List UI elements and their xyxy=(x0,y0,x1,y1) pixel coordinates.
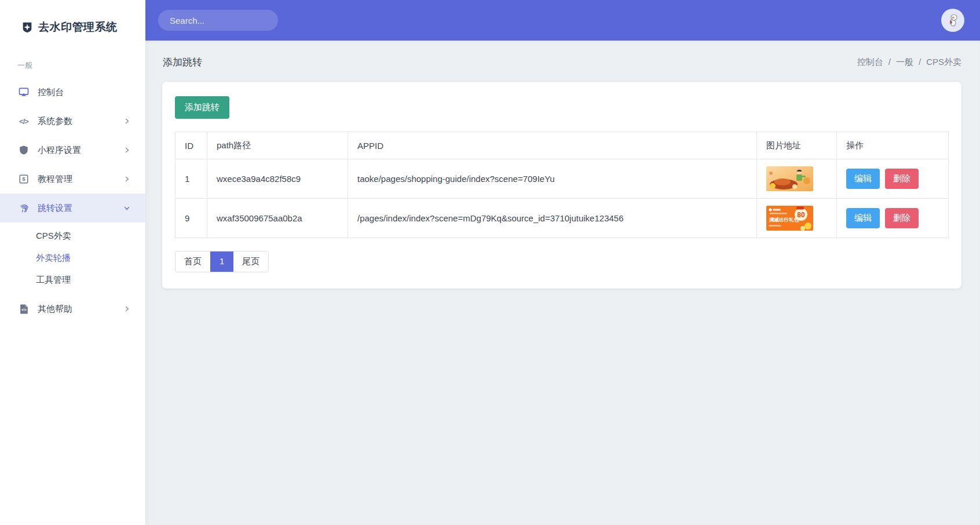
money-square-icon: $ xyxy=(17,173,30,185)
cell-image xyxy=(757,159,837,199)
cell-actions: 编辑删除 xyxy=(837,159,949,199)
svg-text:<>: <> xyxy=(21,308,26,312)
jump-settings-submenu: CPS外卖 外卖轮播 工具管理 xyxy=(0,223,145,294)
sidebar-subitem-tool-management[interactable]: 工具管理 xyxy=(0,269,145,291)
edit-button[interactable]: 编辑 xyxy=(846,208,880,228)
sidebar-item-label: 小程序设置 xyxy=(38,145,81,156)
table-header-row: ID path路径 APPID 图片地址 操作 xyxy=(175,132,949,159)
cell-appid: taoke/pages/shopping-guide/index?scene=7… xyxy=(348,159,757,199)
main-content: 添加跳转 控制台 / 一般 / CPS外卖 添加跳转 ID path路径 APP… xyxy=(145,41,980,525)
file-code-icon: <> xyxy=(17,302,30,315)
pagination-last-button[interactable]: 尾页 xyxy=(233,251,268,272)
svg-text:$: $ xyxy=(22,176,25,182)
sidebar-item-label: 控制台 xyxy=(38,87,64,98)
submenu-item-label: 外卖轮播 xyxy=(36,253,71,264)
cell-id: 9 xyxy=(175,199,207,238)
page-head: 添加跳转 控制台 / 一般 / CPS外卖 xyxy=(145,41,980,82)
sidebar: 去水印管理系统 一般 控制台 </> 系统参数 小程序设置 $ 教程管理 xyxy=(0,0,145,525)
chevron-right-icon xyxy=(123,118,130,125)
sidebar-item-label: 其他帮助 xyxy=(38,304,72,315)
shield-icon xyxy=(17,144,30,156)
chevron-right-icon xyxy=(123,176,130,183)
edit-button[interactable]: 编辑 xyxy=(846,169,880,189)
avatar-figure-icon xyxy=(945,13,960,28)
search-pill[interactable] xyxy=(158,10,278,31)
jumps-table: ID path路径 APPID 图片地址 操作 1 wxece3a9a4c82f… xyxy=(175,132,949,238)
avatar[interactable] xyxy=(941,9,964,32)
cell-image: 80 满减出行礼包 xyxy=(757,199,837,238)
pagination-page-1[interactable]: 1 xyxy=(210,251,233,272)
fingerprint-icon xyxy=(17,202,30,214)
sidebar-item-label: 教程管理 xyxy=(38,174,72,185)
cell-appid: /pages/index/index?scene=mDg79Kq&source_… xyxy=(348,199,757,238)
sidebar-subitem-cps-waimai[interactable]: CPS外卖 xyxy=(0,225,145,247)
code-icon: </> xyxy=(17,115,30,127)
chevron-right-icon xyxy=(123,147,130,154)
monitor-icon xyxy=(17,86,30,99)
sidebar-item-system-params[interactable]: </> 系统参数 xyxy=(0,107,145,136)
breadcrumb-item-general[interactable]: 一般 xyxy=(896,57,913,68)
breadcrumb-item-dashboard[interactable]: 控制台 xyxy=(857,57,883,68)
sidebar-item-other-help[interactable]: <> 其他帮助 xyxy=(0,294,145,323)
sidebar-item-jump-settings[interactable]: 跳转设置 xyxy=(0,194,145,223)
col-header-path: path路径 xyxy=(207,132,348,159)
col-header-id: ID xyxy=(175,132,207,159)
col-header-actions: 操作 xyxy=(837,132,949,159)
chevron-down-icon xyxy=(123,205,130,212)
breadcrumb-item-cps-waimai[interactable]: CPS外卖 xyxy=(926,57,961,68)
content-card: 添加跳转 ID path路径 APPID 图片地址 操作 1 wxece3a9a… xyxy=(162,82,961,289)
sidebar-subitem-waimai-carousel[interactable]: 外卖轮播 xyxy=(0,247,145,269)
topbar xyxy=(145,0,980,41)
delete-button[interactable]: 删除 xyxy=(885,208,919,228)
sidebar-item-label: 系统参数 xyxy=(38,116,72,127)
pagination-first-button[interactable]: 首页 xyxy=(175,251,210,272)
delete-button[interactable]: 删除 xyxy=(885,169,919,189)
table-row: 9 wxaf35009675aa0b2a /pages/index/index?… xyxy=(175,199,949,238)
cell-path: wxaf35009675aa0b2a xyxy=(207,199,348,238)
breadcrumb: 控制台 / 一般 / CPS外卖 xyxy=(857,57,961,68)
col-header-appid: APPID xyxy=(348,132,757,159)
search-input[interactable] xyxy=(170,16,285,25)
submenu-item-label: CPS外卖 xyxy=(36,231,71,242)
banner-thumbnail-coupon[interactable]: 80 满减出行礼包 xyxy=(766,206,813,231)
col-header-image: 图片地址 xyxy=(757,132,837,159)
pagination: 首页 1 尾页 xyxy=(175,251,269,272)
sidebar-item-tutorial-management[interactable]: $ 教程管理 xyxy=(0,165,145,194)
chevron-right-icon xyxy=(123,305,130,312)
submenu-item-label: 工具管理 xyxy=(36,275,71,286)
cell-actions: 编辑删除 xyxy=(837,199,949,238)
app-logo[interactable]: 去水印管理系统 xyxy=(0,0,145,35)
breadcrumb-separator: / xyxy=(888,57,891,68)
app-title: 去水印管理系统 xyxy=(38,20,118,35)
breadcrumb-separator: / xyxy=(919,57,921,68)
add-jump-button[interactable]: 添加跳转 xyxy=(175,96,229,119)
sidebar-section-label: 一般 xyxy=(17,60,145,71)
banner-thumbnail-food[interactable] xyxy=(766,166,813,191)
sidebar-item-label: 跳转设置 xyxy=(38,203,72,214)
cell-path: wxece3a9a4c82f58c9 xyxy=(207,159,348,199)
cell-id: 1 xyxy=(175,159,207,199)
sidebar-item-miniprogram-settings[interactable]: 小程序设置 xyxy=(0,136,145,165)
sidebar-item-dashboard[interactable]: 控制台 xyxy=(0,78,145,107)
svg-text:满减出行礼包: 满减出行礼包 xyxy=(769,217,799,223)
page-title: 添加跳转 xyxy=(163,56,202,69)
table-row: 1 wxece3a9a4c82f58c9 taoke/pages/shoppin… xyxy=(175,159,949,199)
logo-shield-icon xyxy=(21,21,34,34)
